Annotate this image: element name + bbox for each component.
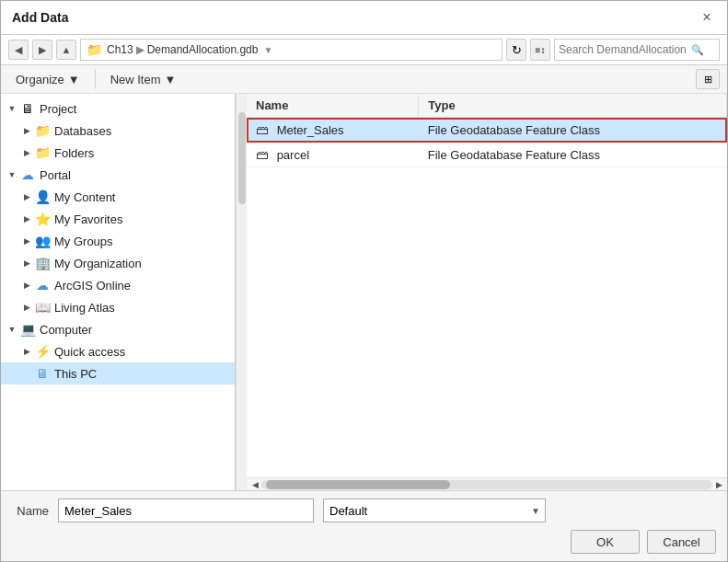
file-pane: Name Type 🗃 Meter_Sales File Geodatabase… [247,94,727,490]
file-type-cell: File Geodatabase Feature Class [419,118,727,143]
sidebar-label-myorg: My Organization [54,257,142,270]
toolbar-separator [95,70,96,88]
computer-icon: 💻 [19,321,36,338]
expand-arcgisonline[interactable] [19,278,34,292]
horizontal-scrollbar-area: ◀ ▶ [247,477,727,490]
horizontal-scrollbar-thumb[interactable] [266,480,450,489]
expand-folders[interactable] [19,145,34,160]
nav-bar: ◀ ▶ ▲ 📁 Ch13 ▶ DemandAllocation.gdb ▼ ↻ … [1,35,727,65]
sidebar-item-myorg[interactable]: 🏢 My Organization [1,252,235,274]
sidebar-item-portal[interactable]: ☁ Portal [1,164,235,186]
file-icon-parcel: 🗃 [256,147,269,162]
sidebar-label-myfavorites: My Favorites [54,212,122,226]
horizontal-scrollbar[interactable] [261,480,712,489]
table-row[interactable]: 🗃 Meter_Sales File Geodatabase Feature C… [247,118,727,143]
sidebar-item-project[interactable]: 🖥 Project [1,97,235,120]
file-name-parcel: parcel [277,148,309,162]
toolbar: Organize ▼ New Item ▼ ⊞ [1,65,727,94]
search-input[interactable] [559,43,688,56]
expand-livingatlas[interactable] [19,300,34,315]
mygroups-icon: 👥 [34,233,51,249]
sidebar-label-computer: Computer [40,323,92,337]
sidebar-item-quickaccess[interactable]: ⚡ Quick access [1,340,235,362]
sidebar-item-computer[interactable]: 💻 Computer [1,318,235,340]
file-icon-metersales: 🗃 [256,122,269,137]
up-button[interactable]: ▲ [56,40,76,60]
name-input[interactable] [58,499,314,522]
back-button[interactable]: ◀ [8,40,29,60]
dialog-title: Add Data [12,10,68,25]
expand-myorg[interactable] [19,256,34,270]
sort-button[interactable]: ≡↕ [530,39,550,61]
expand-mygroups[interactable] [19,234,34,248]
sidebar-item-arcgisonline[interactable]: ☁ ArcGIS Online [1,274,235,296]
type-select[interactable]: Default [323,499,546,522]
sidebar-label-thispc: This PC [54,367,97,381]
sidebar-label-databases: Databases [54,124,111,138]
arcgisonline-icon: ☁ [34,277,51,293]
expand-mycontent[interactable] [19,189,34,204]
nav-path[interactable]: 📁 Ch13 ▶ DemandAllocation.gdb ▼ [80,39,503,61]
path-icon: 📁 [87,42,102,57]
sidebar-item-thispc[interactable]: 🖥 This PC [1,362,235,384]
sidebar-label-arcgisonline: ArcGIS Online [54,279,131,292]
sidebar-scrollbar-thumb[interactable] [238,112,246,204]
thispc-icon: 🖥 [34,365,51,382]
close-button[interactable]: × [698,8,716,27]
search-icon[interactable]: 🔍 [691,44,704,56]
sidebar-item-livingatlas[interactable]: 📖 Living Atlas [1,296,235,318]
expand-computer[interactable] [5,322,19,337]
sidebar-item-databases[interactable]: 📁 Databases [1,120,235,142]
view-button[interactable]: ⊞ [696,69,720,89]
name-row: Name Default ▼ [12,499,716,522]
file-table: Name Type 🗃 Meter_Sales File Geodatabase… [247,94,727,477]
myorg-icon: 🏢 [34,255,51,271]
table-row[interactable]: 🗃 parcel File Geodatabase Feature Class [247,143,727,167]
file-name-metersales: Meter_Sales [277,123,344,137]
portal-icon: ☁ [19,166,36,183]
scroll-right-button[interactable]: ▶ [712,478,725,491]
expand-databases[interactable] [19,123,34,138]
sidebar: 🖥 Project 📁 Databases 📁 Folders ☁ Portal [1,94,236,490]
organize-button[interactable]: Organize ▼ [8,70,87,89]
expand-portal[interactable] [5,167,19,182]
name-label: Name [12,504,49,518]
button-row: OK Cancel [12,530,716,554]
sidebar-label-portal: Portal [40,168,71,182]
mycontent-icon: 👤 [34,189,51,205]
file-type-cell: File Geodatabase Feature Class [419,143,727,167]
sidebar-item-folders[interactable]: 📁 Folders [1,142,235,164]
ok-button[interactable]: OK [571,530,640,554]
expand-myfavorites[interactable] [19,212,34,226]
column-type[interactable]: Type [419,94,727,118]
folders-icon: 📁 [34,144,51,161]
sidebar-label-folders: Folders [54,146,94,160]
path-part1: Ch13 [107,43,133,56]
cancel-button[interactable]: Cancel [647,530,716,554]
path-sep1: ▶ [136,43,144,56]
quickaccess-icon: ⚡ [34,343,51,360]
sidebar-scrollbar[interactable] [236,94,247,490]
sidebar-item-mygroups[interactable]: 👥 My Groups [1,230,235,252]
refresh-button[interactable]: ↻ [506,39,526,61]
sidebar-label-project: Project [40,102,76,116]
forward-button[interactable]: ▶ [32,40,52,60]
expand-quickaccess[interactable] [19,344,34,359]
sidebar-label-mygroups: My Groups [54,235,113,248]
livingatlas-icon: 📖 [34,299,51,315]
project-icon: 🖥 [19,100,36,117]
title-bar: Add Data × [1,1,727,35]
sidebar-item-myfavorites[interactable]: ⭐ My Favorites [1,208,235,230]
sidebar-label-livingatlas: Living Atlas [54,301,115,315]
main-content: 🖥 Project 📁 Databases 📁 Folders ☁ Portal [1,94,727,490]
sidebar-label-quickaccess: Quick access [54,345,125,359]
scroll-left-button[interactable]: ◀ [248,478,261,491]
new-item-button[interactable]: New Item ▼ [103,70,184,89]
path-dropdown[interactable]: ▼ [263,45,272,55]
path-part2: DemandAllocation.gdb [147,43,259,56]
bottom-bar: Name Default ▼ OK Cancel [1,490,727,561]
sidebar-item-mycontent[interactable]: 👤 My Content [1,186,235,208]
table-header-row: Name Type [247,94,727,118]
column-name[interactable]: Name [247,94,419,118]
expand-project[interactable] [5,101,19,116]
